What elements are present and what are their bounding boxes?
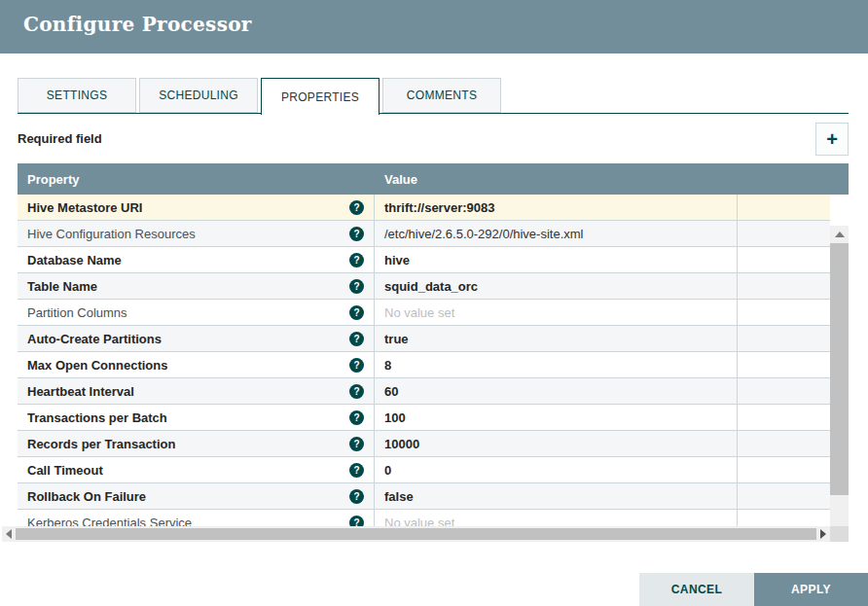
question-circle-icon[interactable]: ? (349, 332, 364, 346)
property-name: Records per Transaction (27, 437, 175, 451)
property-name: Call Timeout (27, 463, 103, 478)
property-cell: Transactions per Batch? (18, 405, 375, 430)
question-circle-icon[interactable]: ? (349, 437, 364, 451)
property-name: Hive Metastore URI (27, 200, 142, 215)
table-row[interactable]: Max Open Connections?8 (18, 352, 830, 378)
scroll-left-arrow-icon[interactable] (2, 526, 16, 542)
horizontal-scrollbar[interactable] (2, 526, 830, 542)
extra-cell (738, 483, 830, 509)
property-cell: Rollback On Failure? (18, 483, 375, 509)
property-cell: Hive Metastore URI? (18, 195, 375, 220)
question-circle-icon[interactable]: ? (349, 516, 364, 527)
column-header-property: Property (18, 172, 375, 187)
question-circle-icon[interactable]: ? (349, 305, 364, 320)
table-row[interactable]: Hive Configuration Resources?/etc/hive/2… (18, 221, 830, 247)
value-cell[interactable]: No value set (375, 510, 738, 526)
property-name: Heartbeat Interval (27, 384, 134, 399)
property-cell: Call Timeout? (18, 457, 375, 482)
tab-properties[interactable]: PROPERTIES (261, 78, 380, 115)
property-cell: Kerberos Credentials Service? (18, 510, 375, 526)
tab-settings[interactable]: SETTINGS (18, 78, 136, 113)
value-cell[interactable]: /etc/hive/2.6.5.0-292/0/hive-site.xml (375, 221, 738, 246)
question-circle-icon[interactable]: ? (349, 200, 364, 215)
extra-cell (738, 247, 830, 272)
add-property-button[interactable]: + (815, 123, 849, 156)
value-cell[interactable]: true (375, 326, 738, 351)
value-cell[interactable]: 10000 (375, 431, 738, 456)
value-cell[interactable]: false (375, 483, 738, 509)
extra-cell (738, 510, 830, 526)
configure-processor-dialog: Configure Processor SETTINGSSCHEDULINGPR… (0, 0, 868, 606)
question-circle-icon[interactable]: ? (349, 253, 364, 267)
tab-scheduling[interactable]: SCHEDULING (139, 78, 258, 113)
value-cell[interactable]: 8 (375, 352, 738, 377)
tab-bar: SETTINGSSCHEDULINGPROPERTIESCOMMENTS (18, 78, 501, 115)
vertical-scrollbar[interactable] (830, 226, 849, 526)
question-circle-icon[interactable]: ? (349, 358, 364, 373)
value-cell[interactable]: No value set (375, 300, 738, 325)
extra-cell (738, 221, 830, 246)
question-circle-icon[interactable]: ? (349, 410, 364, 425)
value-cell[interactable]: squid_data_orc (375, 273, 738, 299)
extra-cell (738, 352, 830, 377)
required-field-label: Required field (18, 131, 102, 146)
triangle-left-icon (6, 529, 12, 539)
extra-cell (738, 378, 830, 404)
cancel-button[interactable]: CANCEL (639, 573, 754, 606)
value-cell[interactable]: 100 (375, 405, 738, 430)
plus-icon: + (826, 129, 838, 149)
question-circle-icon[interactable]: ? (349, 227, 364, 241)
table-row[interactable]: Auto-Create Partitions?true (18, 326, 830, 352)
table-row[interactable]: Transactions per Batch?100 (18, 405, 830, 431)
property-cell: Table Name? (18, 273, 375, 299)
extra-cell (738, 326, 830, 351)
value-cell[interactable]: 60 (375, 378, 738, 404)
value-cell[interactable]: hive (375, 247, 738, 272)
property-name: Partition Columns (27, 305, 127, 320)
scroll-up-arrow-icon[interactable] (830, 226, 849, 243)
table-row[interactable]: Partition Columns?No value set (18, 300, 830, 326)
property-name: Hive Configuration Resources (27, 227, 196, 241)
table-row[interactable]: Database Name?hive (18, 247, 830, 273)
question-circle-icon[interactable]: ? (349, 489, 364, 504)
property-name: Rollback On Failure (27, 489, 146, 504)
triangle-right-icon (820, 529, 826, 539)
table-row[interactable]: Records per Transaction?10000 (18, 431, 830, 457)
dialog-title: Configure Processor (23, 13, 252, 36)
property-cell: Records per Transaction? (18, 431, 375, 456)
horizontal-scrollbar-thumb[interactable] (16, 528, 816, 540)
scroll-right-arrow-icon[interactable] (816, 526, 830, 542)
extra-cell (738, 273, 830, 299)
table-row[interactable]: Table Name?squid_data_orc (18, 273, 830, 300)
table-row[interactable]: Call Timeout?0 (18, 457, 830, 483)
property-name: Database Name (27, 253, 122, 267)
property-name: Transactions per Batch (27, 410, 167, 425)
property-name: Auto-Create Partitions (27, 332, 162, 346)
properties-table: Property Value Hive Metastore URI?thrift… (18, 163, 849, 526)
table-row[interactable]: Heartbeat Interval?60 (18, 378, 830, 405)
apply-button[interactable]: APPLY (754, 573, 868, 606)
vertical-scrollbar-thumb[interactable] (830, 243, 849, 495)
triangle-up-icon (835, 232, 845, 237)
tab-comments[interactable]: COMMENTS (382, 78, 501, 113)
table-body: Hive Metastore URI?thrift://server:9083H… (18, 195, 849, 526)
value-cell[interactable]: 0 (375, 457, 738, 482)
value-cell[interactable]: thrift://server:9083 (375, 195, 738, 220)
question-circle-icon[interactable]: ? (349, 463, 364, 478)
property-cell: Heartbeat Interval? (18, 378, 375, 404)
extra-cell (738, 457, 830, 482)
question-circle-icon[interactable]: ? (349, 384, 364, 399)
property-cell: Hive Configuration Resources? (18, 221, 375, 246)
dialog-header: Configure Processor (0, 0, 868, 53)
column-header-value: Value (375, 172, 849, 187)
properties-table-body: Hive Metastore URI?thrift://server:9083H… (18, 195, 830, 526)
extra-cell (738, 431, 830, 456)
scrollbar-corner (830, 526, 849, 542)
question-circle-icon[interactable]: ? (349, 279, 364, 294)
property-name: Max Open Connections (27, 358, 167, 373)
table-row[interactable]: Hive Metastore URI?thrift://server:9083 (18, 195, 830, 221)
table-row[interactable]: Rollback On Failure?false (18, 483, 830, 510)
property-name: Kerberos Credentials Service (27, 516, 192, 527)
table-header: Property Value (18, 163, 849, 195)
table-row[interactable]: Kerberos Credentials Service?No value se… (18, 510, 830, 526)
